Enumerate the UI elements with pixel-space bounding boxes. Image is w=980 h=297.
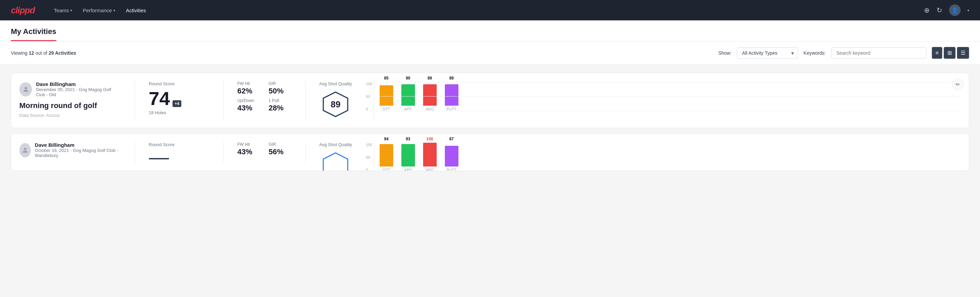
activity-title: Morning round of golf — [19, 101, 121, 110]
chart-col-putt: 89 PUTT — [445, 76, 458, 111]
bar — [401, 144, 415, 166]
bar-wrapper — [423, 82, 437, 106]
chart-val: 90 — [406, 76, 410, 81]
chart-val: 87 — [449, 137, 453, 141]
stat-label: FW Hit — [237, 142, 261, 147]
refresh-icon[interactable]: ↻ — [937, 6, 942, 14]
user-info: Dave Billingham October 16, 2021 - Gog M… — [19, 142, 121, 158]
score-badge: +4 — [172, 100, 181, 107]
app-logo[interactable]: clippd — [11, 5, 35, 16]
chart-val: 85 — [384, 76, 388, 81]
round-score-label: Round Score — [149, 81, 210, 86]
chart-val: 106 — [426, 137, 433, 141]
card-left: Dave Billingham October 16, 2021 - Gog M… — [19, 142, 121, 162]
divider — [223, 142, 224, 163]
activity-card: ✏ Dave Billingham December 05, 2021 - Go… — [11, 73, 969, 128]
view-list-button[interactable]: ☰ — [957, 47, 969, 59]
nav-performance[interactable]: Performance ▾ — [83, 5, 115, 16]
stat-value: 62% — [237, 87, 261, 96]
stat-value: 43% — [237, 147, 261, 156]
add-icon[interactable]: ⊕ — [924, 6, 930, 14]
activity-type-select-wrapper: All Activity Types — [737, 47, 798, 59]
activity-type-select[interactable]: All Activity Types — [737, 47, 798, 59]
chart-col-ott: 94 OTT — [380, 137, 393, 171]
score-holes: 18 Holes — [149, 110, 210, 115]
user-date: October 16, 2021 - Gog Magog Golf Club -… — [35, 148, 121, 158]
chart-val: 93 — [406, 137, 410, 141]
hexagon-container: 89 — [320, 89, 351, 120]
stat-value: 43% — [237, 104, 261, 112]
view-grid-button[interactable]: ⊞ — [943, 47, 956, 59]
filter-bar: Viewing 12 out of 29 Activities Show: Al… — [0, 42, 980, 65]
show-label: Show: — [718, 50, 732, 56]
score-section: Round Score — [149, 142, 210, 160]
avatar — [19, 82, 32, 96]
avatar — [19, 143, 31, 157]
bar-chart: 100 50 0 94 OTT 93 — [363, 143, 961, 171]
user-avatar[interactable]: 👤 — [949, 5, 961, 16]
chart-inner: 100 50 0 85 OTT — [374, 82, 961, 119]
divider — [135, 81, 135, 120]
divider — [305, 81, 305, 120]
activity-card: Dave Billingham October 16, 2021 - Gog M… — [11, 134, 969, 171]
nav-activities[interactable]: Activities — [126, 5, 146, 16]
stat-label: FW Hit — [237, 81, 261, 86]
user-name: Dave Billingham — [36, 81, 121, 87]
hexagon-icon — [322, 152, 349, 171]
navbar: clippd Teams ▾ Performance ▾ Activities … — [0, 0, 980, 21]
chart-x-label: OTT — [383, 168, 390, 171]
stat-label: GIR — [269, 142, 292, 147]
score-value-row: 74 +4 — [149, 89, 210, 108]
bar-chart: 100 50 0 85 OTT — [363, 82, 961, 119]
card-left: Dave Billingham December 05, 2021 - Gog … — [19, 81, 121, 118]
bar — [445, 146, 458, 166]
bar — [445, 84, 458, 105]
avatar-chevron-icon: ▾ — [967, 8, 969, 12]
bar-wrapper — [445, 143, 458, 166]
chart-col-arg: 89 ARG — [423, 76, 437, 111]
stat-1putt: 1 Putt 28% — [269, 98, 292, 112]
quality-score: 89 — [331, 99, 340, 110]
chart-x-label: PUTT — [447, 168, 457, 171]
chart-x-label: APP — [404, 107, 412, 111]
page-title: My Activities — [11, 27, 56, 41]
user-date: December 05, 2021 - Gog Magog Golf Club … — [36, 87, 121, 97]
bar-wrapper — [401, 82, 415, 106]
data-source: Data Source: Arccos — [19, 113, 121, 118]
stat-fw-hit: FW Hit 62% — [237, 81, 261, 96]
search-input[interactable] — [831, 47, 926, 59]
bar-wrapper — [401, 143, 415, 166]
activities-list: ✏ Dave Billingham December 05, 2021 - Go… — [0, 65, 980, 179]
bar-wrapper — [380, 143, 393, 166]
chevron-down-icon: ▾ — [113, 8, 115, 12]
svg-point-2 — [24, 147, 26, 150]
user-info: Dave Billingham December 05, 2021 - Gog … — [19, 81, 121, 97]
chevron-down-icon: ▾ — [70, 8, 72, 12]
avg-shot-label: Avg Shot Quality — [319, 142, 352, 147]
divider — [135, 142, 135, 163]
stat-value: 50% — [269, 87, 292, 96]
avg-quality-section: Avg Shot Quality 100 50 0 — [319, 142, 961, 171]
svg-point-0 — [24, 87, 27, 89]
avg-shot-label: Avg Shot Quality — [319, 81, 352, 86]
chart-col-ott: 85 OTT — [380, 76, 393, 111]
chart-grid — [380, 82, 961, 111]
stat-updown: Up/Down 43% — [237, 98, 261, 112]
score-value: 74 — [149, 89, 170, 108]
bar — [380, 85, 393, 106]
chart-val: 89 — [428, 76, 432, 81]
bar-wrapper — [380, 82, 393, 106]
chart-x-label: OTT — [383, 107, 390, 111]
quality-label-col: Avg Shot Quality 89 — [319, 81, 352, 120]
nav-teams[interactable]: Teams ▾ — [54, 5, 72, 16]
chart-col-arg: 106 ARG — [423, 137, 437, 171]
hexagon-container — [320, 150, 351, 171]
stats-section: FW Hit 43% GIR 56% — [237, 142, 292, 156]
chart-x-label: PUTT — [447, 107, 457, 111]
stat-label: GIR — [269, 81, 292, 86]
stat-label: Up/Down — [237, 98, 261, 103]
view-compact-button[interactable]: ≡ — [932, 47, 942, 59]
stat-gir: GIR 50% — [269, 81, 292, 96]
keywords-label: Keywords: — [803, 50, 826, 56]
divider — [223, 81, 224, 120]
